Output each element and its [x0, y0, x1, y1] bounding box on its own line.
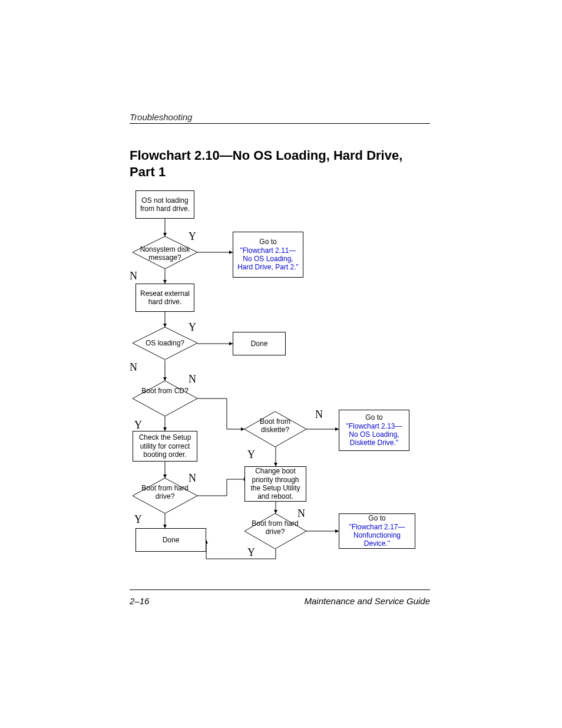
label-n: N: [315, 409, 323, 421]
goto-211-prefix: Go to: [259, 238, 276, 246]
guide-title: Maintenance and Service Guide: [305, 596, 430, 606]
svg-marker-16: [244, 411, 306, 447]
node-goto-213[interactable]: Go to "Flowchart 2.13—No OS Loading, Dis…: [339, 410, 409, 451]
node-change-boot: Change boot priority through the Setup U…: [244, 466, 306, 502]
label-n: N: [130, 270, 137, 282]
label-n: N: [297, 508, 305, 520]
page-number: 2–16: [130, 596, 149, 606]
label-n: N: [130, 361, 137, 374]
label-y: Y: [134, 513, 142, 526]
goto-211-link[interactable]: "Flowchart 2.11—No OS Loading, Hard Driv…: [236, 246, 300, 272]
node-start: OS not loading from hard drive.: [135, 190, 194, 219]
page-footer: 2–16 Maintenance and Service Guide: [130, 589, 430, 606]
svg-marker-17: [133, 478, 197, 513]
label-y: Y: [134, 419, 142, 431]
node-goto-217[interactable]: Go to "Flowchart 2.17—Nonfunctioning Dev…: [339, 513, 415, 549]
label-n: N: [189, 472, 196, 485]
flowchart: OS not loading from hard drive. Nonsyste…: [130, 190, 430, 568]
goto-213-prefix: Go to: [365, 413, 382, 421]
node-goto-211[interactable]: Go to "Flowchart 2.11—No OS Loading, Har…: [233, 232, 303, 278]
label-y: Y: [189, 321, 196, 334]
node-reseat: Reseat external hard drive.: [135, 284, 194, 312]
svg-marker-14: [133, 327, 197, 360]
node-os-loading: [133, 327, 197, 360]
section-header: Troubleshooting: [130, 112, 430, 124]
label-y: Y: [247, 546, 255, 559]
goto-217-prefix: Go to: [368, 514, 385, 522]
svg-marker-13: [133, 236, 197, 269]
node-boot-hd-left: [133, 478, 197, 513]
label-y: Y: [189, 230, 196, 243]
goto-217-link[interactable]: "Flowchart 2.17—Nonfunctioning Device.": [342, 523, 412, 548]
svg-marker-15: [133, 381, 197, 416]
node-done-2: Done: [135, 528, 206, 552]
node-boot-diskette: [244, 411, 306, 447]
node-boot-cd: [133, 381, 197, 416]
node-check-setup: Check the Setup utility for correct boot…: [133, 431, 197, 462]
node-nonsystem-disk: [133, 236, 197, 269]
label-y: Y: [247, 449, 255, 461]
page-title: Flowchart 2.10—No OS Loading, Hard Drive…: [130, 147, 430, 180]
label-n: N: [189, 373, 196, 386]
node-done-1: Done: [233, 332, 286, 355]
goto-213-link[interactable]: "Flowchart 2.13—No OS Loading, Diskette …: [342, 422, 406, 447]
